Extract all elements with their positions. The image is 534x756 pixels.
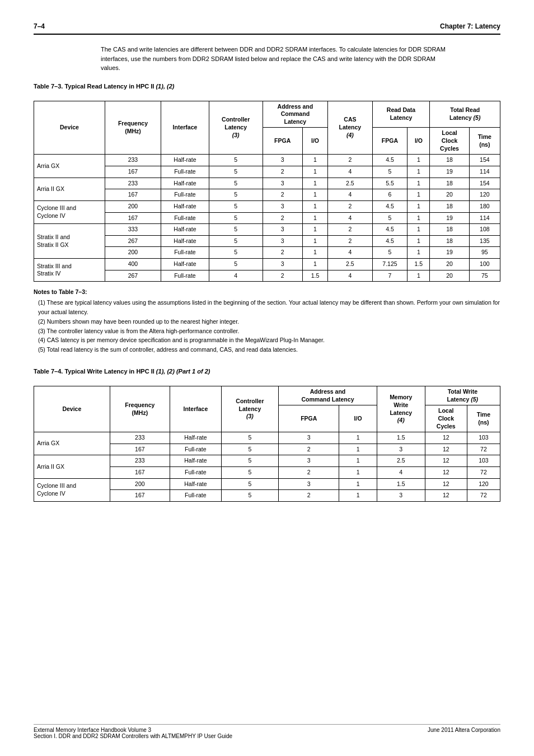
table3-title-notes: (1), (2) xyxy=(156,83,174,90)
cell-iface: Half-rate xyxy=(170,478,222,490)
cell-aio: 1 xyxy=(302,259,327,270)
table4-title: Table 7–4. Typical Write Latency in HPC … xyxy=(34,368,500,375)
note-item: (4) CAS latency is per memory device spe… xyxy=(34,335,500,345)
cell-device: Arria GX xyxy=(34,432,110,455)
cell-ctrl: 5 xyxy=(221,478,278,490)
page: 7–4 Chapter 7: Latency The CAS and write… xyxy=(0,0,534,756)
table-row: Stratix II and Stratix II GX333Half-rate… xyxy=(34,224,500,236)
cell-iface: Full-rate xyxy=(161,247,209,259)
cell-iface: Full-rate xyxy=(170,490,222,502)
cell-ctrl: 5 xyxy=(209,212,263,224)
cell-aio: 1 xyxy=(302,155,327,166)
cell-freq: 200 xyxy=(110,478,170,490)
cell-afpga: 3 xyxy=(263,200,302,212)
cell-mwl: 1.5 xyxy=(377,478,425,490)
cell-tlocal: 19 xyxy=(430,247,469,259)
cell-rdfpga: 4.5 xyxy=(372,224,407,236)
cell-afpga: 2 xyxy=(263,189,302,201)
cell-freq: 167 xyxy=(110,467,170,479)
cell-mwl: 1.5 xyxy=(377,432,425,444)
col-addr-cmd-group: Address andCommandLatency xyxy=(263,101,328,128)
cell-tlocal: 12 xyxy=(425,467,467,479)
cell-tlocal: 18 xyxy=(430,178,469,189)
cell-device: Arria II GX xyxy=(34,455,110,478)
cell-afpga: 3 xyxy=(279,432,339,444)
cell-ttime: 180 xyxy=(469,200,500,212)
col-controller-latency: ControllerLatency(3) xyxy=(209,101,263,155)
t4-col-io: I/O xyxy=(339,405,377,432)
cell-rdio: 1 xyxy=(407,189,430,201)
col-total-local: LocalClockCycles xyxy=(430,128,469,155)
cell-cas: 4 xyxy=(328,270,372,282)
cell-aio: 1 xyxy=(339,467,377,479)
cell-device: Arria II GX xyxy=(34,178,105,200)
cell-iface: Full-rate xyxy=(161,270,209,282)
notes3-section: Notes to Table 7–3: (1) These are typica… xyxy=(34,287,500,354)
cell-rdfpga: 5 xyxy=(372,212,407,224)
cell-freq: 167 xyxy=(110,444,170,455)
cell-ttime: 114 xyxy=(469,166,500,178)
cell-cas: 2 xyxy=(328,224,372,236)
cell-aio: 1 xyxy=(339,478,377,490)
cell-cas: 4 xyxy=(328,247,372,259)
cell-ctrl: 5 xyxy=(221,432,278,444)
intro-paragraph: The CAS and write latencies are differen… xyxy=(101,45,448,73)
cell-afpga: 2 xyxy=(263,212,302,224)
cell-afpga: 3 xyxy=(263,224,302,236)
cell-ttime: 108 xyxy=(469,224,500,236)
col-total-time: Time(ns) xyxy=(469,128,500,155)
cell-freq: 167 xyxy=(105,166,161,178)
cell-freq: 333 xyxy=(105,224,161,236)
table-row: Arria II GX233Half-rate5312.55.5118154 xyxy=(34,178,500,189)
cell-rdfpga: 7 xyxy=(372,270,407,282)
footer-left: External Memory Interface Handbook Volum… xyxy=(34,727,232,739)
cell-cas: 2 xyxy=(328,155,372,166)
cell-device: Stratix III and Stratix IV xyxy=(34,259,105,282)
page-footer: External Memory Interface Handbook Volum… xyxy=(34,724,500,739)
footer-left-line1: External Memory Interface Handbook Volum… xyxy=(34,727,232,733)
cell-iface: Half-rate xyxy=(161,155,209,166)
col-rd-fpga: FPGA xyxy=(372,128,407,155)
cell-tlocal: 12 xyxy=(425,478,467,490)
cell-afpga: 3 xyxy=(263,155,302,166)
cell-mwl: 3 xyxy=(377,444,425,455)
note-item: (2) Numbers shown may have been rounded … xyxy=(34,317,500,326)
table4-title-text: Table 7–4. Typical Write Latency in HPC … xyxy=(34,368,156,375)
cell-tlocal: 20 xyxy=(430,270,469,282)
cell-ttime: 72 xyxy=(467,490,500,502)
cell-aio: 1 xyxy=(302,189,327,201)
cell-rdfpga: 5 xyxy=(372,247,407,259)
col-total-read-group: Total ReadLatency (5) xyxy=(430,101,500,128)
cell-cas: 2 xyxy=(328,200,372,212)
intro-text: The CAS and write latencies are differen… xyxy=(101,46,446,71)
cell-device: Cyclone III and Cyclone IV xyxy=(34,200,105,223)
cell-tlocal: 20 xyxy=(430,259,469,270)
cell-tlocal: 12 xyxy=(425,444,467,455)
cell-afpga: 2 xyxy=(263,270,302,282)
cell-ctrl: 5 xyxy=(221,455,278,467)
col-addr-fpga: FPGA xyxy=(263,128,302,155)
cell-ctrl: 5 xyxy=(209,247,263,259)
cell-freq: 233 xyxy=(105,155,161,166)
cell-ttime: 120 xyxy=(467,478,500,490)
cell-iface: Half-rate xyxy=(161,224,209,236)
col-rd-io: I/O xyxy=(407,128,430,155)
cell-ctrl: 5 xyxy=(209,189,263,201)
cell-cas: 4 xyxy=(328,189,372,201)
cell-ctrl: 5 xyxy=(209,259,263,270)
cell-cas: 4 xyxy=(328,212,372,224)
cell-rdio: 1 xyxy=(407,212,430,224)
cell-iface: Full-rate xyxy=(170,444,222,455)
cell-aio: 1.5 xyxy=(302,270,327,282)
footer-left-line2: Section I. DDR and DDR2 SDRAM Controller… xyxy=(34,733,232,739)
cell-ttime: 114 xyxy=(469,212,500,224)
t4-col-time: Time(ns) xyxy=(467,405,500,432)
cell-aio: 1 xyxy=(302,166,327,178)
cell-aio: 1 xyxy=(302,224,327,236)
cell-afpga: 2 xyxy=(279,467,339,479)
note-item: (3) The controller latency value is from… xyxy=(34,326,500,336)
cell-iface: Full-rate xyxy=(161,212,209,224)
footer-right: June 2011 Altera Corporation xyxy=(428,727,500,739)
cell-ctrl: 5 xyxy=(209,155,263,166)
cell-ctrl: 5 xyxy=(209,200,263,212)
